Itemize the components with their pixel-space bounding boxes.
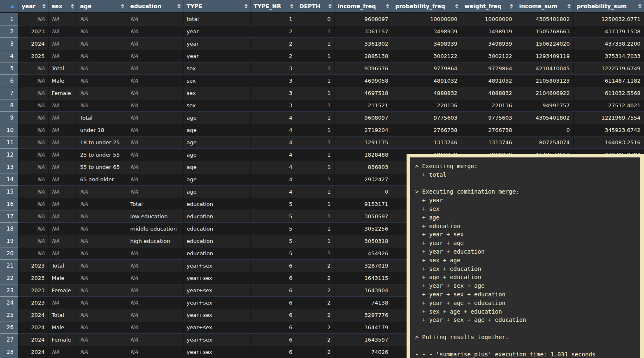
sort-toggle-icon[interactable]	[71, 4, 74, 9]
cell-TYPE_NR: 5	[250, 222, 296, 235]
sort-toggle-icon[interactable]	[455, 4, 458, 9]
table-header: yearsexageeducationTYPETYPE_NRDEPTHincom…	[0, 0, 644, 13]
sort-toggle-icon[interactable]	[386, 4, 389, 9]
sort-toggle-icon[interactable]	[510, 4, 513, 9]
cell-TYPE: education	[183, 235, 250, 247]
cell-education: NA	[127, 309, 183, 321]
cell-income_freq: 0	[334, 185, 392, 198]
row-number-column-header[interactable]	[0, 0, 18, 13]
sort-toggle-icon[interactable]	[121, 4, 124, 9]
cell-sex: NA	[48, 161, 77, 173]
cell-income_freq: 3050597	[334, 210, 392, 222]
cell-probability_freq: 10000000	[392, 13, 461, 25]
cell-DEPTH: 1	[296, 99, 334, 111]
row-number: 13	[0, 161, 18, 173]
column-header-DEPTH[interactable]: DEPTH	[296, 0, 334, 13]
column-header-income_freq[interactable]: income_freq	[334, 0, 392, 13]
cell-age: NA	[77, 37, 127, 50]
cell-age: NA	[77, 333, 127, 346]
sort-toggle-icon[interactable]	[177, 4, 181, 9]
cell-TYPE: age	[183, 161, 250, 173]
cell-DEPTH: 2	[296, 309, 334, 321]
cell-TYPE_NR: 6	[250, 333, 296, 346]
cell-education: NA	[127, 136, 183, 148]
cell-age: NA	[77, 185, 127, 198]
cell-DEPTH: 0	[296, 13, 334, 25]
row-number: 10	[0, 124, 18, 136]
cell-education: NA	[127, 13, 183, 25]
sort-toggle-icon[interactable]	[638, 4, 642, 9]
cell-income_freq: 9608097	[334, 13, 392, 25]
column-header-weight_freq[interactable]: weight_freq	[461, 0, 516, 13]
column-header-TYPE_NR[interactable]: TYPE_NR	[250, 0, 296, 13]
cell-year: NA	[18, 111, 48, 124]
column-header-TYPE[interactable]: TYPE	[183, 0, 250, 13]
cell-year: NA	[18, 210, 48, 222]
cell-sex: NA	[48, 148, 77, 161]
row-number: 25	[0, 309, 18, 321]
sort-toggle-icon[interactable]	[290, 4, 293, 9]
cell-age: NA	[77, 13, 127, 25]
sort-toggle-icon[interactable]	[567, 4, 571, 9]
cell-education: middle education	[127, 222, 183, 235]
cell-year: 2023	[18, 284, 48, 296]
cell-TYPE_NR: 6	[250, 346, 296, 358]
cell-sex: Total	[48, 62, 77, 74]
row-number: 1	[0, 13, 18, 25]
cell-income_freq: 1644179	[334, 321, 392, 333]
cell-year: 2025	[18, 50, 48, 62]
cell-year: NA	[18, 185, 48, 198]
cell-TYPE_NR: 2	[250, 50, 296, 62]
column-label: income_freq	[338, 3, 376, 9]
cell-DEPTH: 1	[296, 37, 334, 50]
cell-TYPE_NR: 3	[250, 74, 296, 87]
cell-probability_sum: 611487.1182	[573, 74, 644, 87]
cell-TYPE: education	[183, 247, 250, 259]
cell-DEPTH: 1	[296, 87, 334, 99]
cell-year: NA	[18, 148, 48, 161]
cell-education: NA	[127, 74, 183, 87]
sort-toggle-icon[interactable]	[244, 4, 248, 9]
cell-age: NA	[77, 87, 127, 99]
row-number: 21	[0, 259, 18, 272]
cell-income_freq: 9396576	[334, 62, 392, 74]
cell-sex: NA	[48, 222, 77, 235]
column-header-probability_sum[interactable]: probability_sum	[573, 0, 644, 13]
sort-toggle-icon[interactable]	[42, 4, 46, 9]
cell-DEPTH: 2	[296, 346, 334, 358]
sort-toggle-icon[interactable]	[328, 4, 332, 9]
cell-probability_sum: 164083.2516	[573, 136, 644, 148]
cell-income_freq: 3052256	[334, 222, 392, 235]
cell-TYPE: age	[183, 111, 250, 124]
cell-probability_sum: 437338.2200	[573, 37, 644, 50]
cell-DEPTH: 1	[296, 50, 334, 62]
cell-TYPE_NR: 3	[250, 87, 296, 99]
cell-TYPE_NR: 1	[250, 13, 296, 25]
cell-age: NA	[77, 272, 127, 284]
cell-income_sum: 2104606922	[516, 87, 573, 99]
cell-sex: NA	[48, 50, 77, 62]
cell-TYPE: year+sex	[183, 272, 250, 284]
cell-age: NA	[77, 309, 127, 321]
cell-DEPTH: 1	[296, 247, 334, 259]
cell-TYPE: year	[183, 50, 250, 62]
column-header-education[interactable]: education	[127, 0, 183, 13]
cell-sex: NA	[48, 296, 77, 309]
column-header-year[interactable]: year	[18, 0, 48, 13]
cell-age: 25 to under 55	[77, 148, 127, 161]
column-header-income_sum[interactable]: income_sum	[516, 0, 573, 13]
cell-DEPTH: 1	[296, 111, 334, 124]
cell-TYPE: age	[183, 185, 250, 198]
console-overlay: > Executing merge: + total > Executing c…	[407, 154, 644, 358]
column-header-age[interactable]: age	[77, 0, 127, 13]
cell-income_freq: 9153171	[334, 198, 392, 210]
cell-year: NA	[18, 161, 48, 173]
row-number: 27	[0, 333, 18, 346]
row-number: 7	[0, 87, 18, 99]
cell-sex: NA	[48, 136, 77, 148]
cell-DEPTH: 1	[296, 62, 334, 74]
cell-education: NA	[127, 296, 183, 309]
cell-TYPE_NR: 4	[250, 148, 296, 161]
column-header-sex[interactable]: sex	[48, 0, 77, 13]
column-header-probability_freq[interactable]: probability_freq	[392, 0, 461, 13]
